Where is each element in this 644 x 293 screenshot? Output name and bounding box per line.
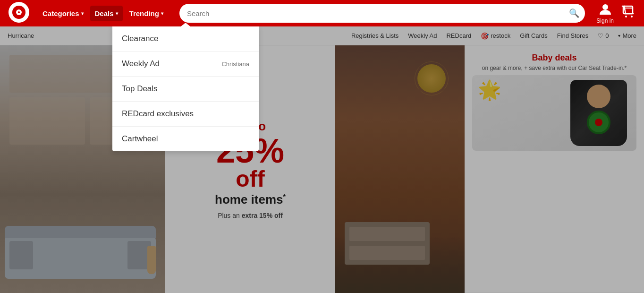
dropdown-item-top-deals[interactable]: Top Deals [112, 77, 259, 102]
search-input[interactable] [179, 4, 585, 23]
chevron-down-icon: ▾ [81, 11, 84, 16]
dropdown-item-weekly-ad[interactable]: Weekly Ad Christiana [112, 52, 259, 77]
svg-point-3 [18, 11, 20, 13]
dropdown-item-clearance[interactable]: Clearance [112, 26, 259, 52]
svg-point-7 [631, 16, 633, 17]
chevron-down-icon: ▾ [116, 11, 118, 16]
header: Categories ▾ Deals ▾ Trending ▾ 🔍 Sign i… [0, 0, 644, 26]
main-nav: Categories ▾ Deals ▾ Trending ▾ [38, 6, 168, 21]
nav-deals[interactable]: Deals ▾ [90, 6, 123, 21]
deals-dropdown: Clearance Weekly Ad Christiana Top Deals… [112, 26, 259, 151]
chevron-down-icon: ▾ [161, 11, 163, 16]
nav-trending[interactable]: Trending ▾ [125, 6, 168, 21]
sign-in-button[interactable]: Sign in [596, 2, 614, 24]
user-icon [599, 2, 612, 17]
search-bar: 🔍 [179, 4, 585, 23]
svg-point-4 [602, 4, 608, 10]
cart-button[interactable] [621, 5, 636, 22]
logo[interactable] [8, 1, 38, 26]
dropdown-item-redcard-exclusives[interactable]: REDcard exclusives [112, 102, 259, 127]
dropdown-item-cartwheel[interactable]: Cartwheel [112, 127, 259, 151]
svg-point-6 [625, 16, 627, 17]
header-right: Sign in [596, 2, 636, 24]
search-button[interactable]: 🔍 [569, 8, 579, 18]
dropdown-overlay [0, 26, 644, 293]
nav-categories[interactable]: Categories ▾ [38, 6, 88, 21]
